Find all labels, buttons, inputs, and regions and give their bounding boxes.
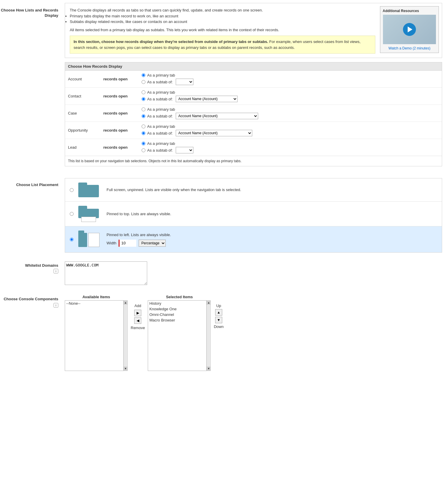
- width-unit-select[interactable]: Percentage Pixels: [139, 240, 166, 247]
- down-button[interactable]: ▼: [215, 317, 222, 323]
- case-primary-tab-label: As a primary tab: [147, 107, 175, 112]
- additional-resources-panel: Additional Resources Watch a Demo (2 min…: [380, 6, 439, 53]
- records-table-header: Choose How Records Display: [65, 62, 442, 71]
- contact-subtab-radio[interactable]: [142, 97, 145, 101]
- records-display-table: Choose How Records Display Account recor…: [65, 62, 442, 166]
- record-options-account: As a primary tab As a subtab of:: [142, 73, 439, 85]
- intro-main-text: The Console displays all records as tabs…: [70, 7, 375, 13]
- video-thumbnail[interactable]: [383, 15, 436, 44]
- available-scroll-down[interactable]: ▼: [124, 367, 127, 371]
- play-button[interactable]: [403, 23, 416, 36]
- table-row: Case records open As a primary tab As a …: [65, 105, 442, 122]
- whitelist-label: Whitelist Domains: [0, 263, 58, 268]
- contact-primary-tab-radio[interactable]: [142, 90, 145, 94]
- table-footer-note: This list is based on your navigation ta…: [65, 156, 442, 166]
- record-options-contact: As a primary tab As a subtab of: Account…: [142, 90, 439, 102]
- opportunity-subtab-select[interactable]: Account Name (Account): [176, 130, 252, 136]
- transfer-buttons: Add ▶ ◀ Remove: [128, 295, 148, 330]
- placement-option-pinned-left[interactable]: Pinned to left. Lists are always visible…: [65, 226, 442, 252]
- table-row: Contact records open As a primary tab As…: [65, 88, 442, 105]
- list-item[interactable]: Knowledge One: [148, 306, 206, 312]
- placement-fullscreen-radio[interactable]: [70, 188, 74, 192]
- record-options-case: As a primary tab As a subtab of: Account…: [142, 107, 439, 119]
- record-type-opportunity: Opportunity: [68, 128, 103, 132]
- placement-option-fullscreen[interactable]: Full screen, unpinned. Lists are visible…: [65, 178, 442, 202]
- opportunity-subtab-label: As a subtab of:: [147, 131, 173, 135]
- selected-scroll-up[interactable]: ▲: [207, 301, 210, 305]
- record-open-opportunity: records open: [103, 128, 142, 132]
- account-primary-tab-label: As a primary tab: [147, 73, 175, 77]
- width-label: Width: [107, 241, 116, 245]
- placement-left-text: Pinned to left. Lists are always visible…: [107, 232, 171, 238]
- records-table-body: Account records open As a primary tab As…: [65, 71, 442, 156]
- opportunity-subtab-radio[interactable]: [142, 131, 145, 135]
- down-label: Down: [214, 324, 223, 329]
- placement-icon-top: [78, 206, 102, 222]
- table-row: Account records open As a primary tab As…: [65, 71, 442, 88]
- record-open-account: records open: [103, 77, 142, 81]
- watch-demo-link[interactable]: Watch a Demo (2 minutes): [389, 46, 430, 50]
- case-subtab-radio[interactable]: [142, 114, 145, 118]
- account-primary-tab-radio[interactable]: [142, 73, 145, 77]
- placement-left-details: Pinned to left. Lists are always visible…: [107, 232, 171, 247]
- whitelist-textarea[interactable]: WWW.GOOGLE.COM: [65, 261, 147, 285]
- section-label-placement: Choose List Placement: [0, 182, 58, 188]
- placement-top-text: Pinned to top. Lists are always visible.: [107, 211, 171, 217]
- components-info-icon[interactable]: i: [54, 303, 58, 308]
- list-item[interactable]: Omni-Channel: [148, 312, 206, 317]
- intro-secondary-text: All items selected from a primary tab di…: [70, 27, 375, 33]
- placement-option-pinned-top[interactable]: Pinned to top. Lists are always visible.: [65, 202, 442, 226]
- lead-primary-tab-label: As a primary tab: [147, 141, 175, 146]
- add-button[interactable]: ▶: [134, 310, 141, 316]
- contact-subtab-select[interactable]: Account Name (Account): [176, 96, 238, 102]
- record-open-lead: records open: [103, 145, 142, 150]
- available-items-title: Available Items: [65, 295, 128, 299]
- available-scroll-up[interactable]: ▲: [124, 301, 127, 305]
- available-items-list[interactable]: --None--: [65, 300, 124, 371]
- placement-top-radio[interactable]: [70, 212, 74, 216]
- opportunity-primary-tab-label: As a primary tab: [147, 124, 175, 129]
- additional-resources-title: Additional Resources: [383, 9, 436, 13]
- intro-highlight-text: In this section, choose how records disp…: [74, 39, 371, 50]
- width-input[interactable]: [119, 240, 136, 247]
- components-transfer-panel: Available Items --None-- ▲ ▼: [65, 295, 442, 371]
- table-row: Opportunity records open As a primary ta…: [65, 122, 442, 139]
- opportunity-primary-tab-radio[interactable]: [142, 125, 145, 128]
- record-type-contact: Contact: [68, 94, 103, 98]
- table-row: Lead records open As a primary tab As a …: [65, 139, 442, 156]
- account-subtab-select[interactable]: [176, 79, 193, 85]
- placement-fullscreen-text: Full screen, unpinned. Lists are visible…: [107, 187, 241, 193]
- lead-subtab-radio[interactable]: [142, 148, 145, 152]
- contact-subtab-label: As a subtab of:: [147, 97, 173, 101]
- record-open-case: records open: [103, 111, 142, 115]
- add-label: Add: [135, 304, 141, 308]
- whitelist-info-icon[interactable]: i: [54, 269, 58, 273]
- selected-items-wrap: Selected Items History Knowledge One Omn…: [148, 295, 211, 371]
- list-item[interactable]: Macro Browser: [148, 317, 206, 323]
- record-type-lead: Lead: [68, 145, 103, 150]
- remove-button[interactable]: ◀: [134, 317, 141, 324]
- up-button[interactable]: ▲: [215, 309, 222, 316]
- placement-options-container: Full screen, unpinned. Lists are visible…: [65, 178, 442, 253]
- account-subtab-radio[interactable]: [142, 80, 145, 84]
- selected-scroll-down[interactable]: ▼: [207, 367, 210, 371]
- record-options-opportunity: As a primary tab As a subtab of: Account…: [142, 124, 439, 136]
- account-subtab-label: As a subtab of:: [147, 80, 173, 84]
- case-subtab-select[interactable]: Account Name (Account): [176, 113, 258, 119]
- up-label: Up: [216, 304, 221, 308]
- case-subtab-label: As a subtab of:: [147, 114, 173, 118]
- record-type-case: Case: [68, 111, 103, 115]
- section-label-records: Choose How Lists and RecordsDisplay: [0, 8, 58, 18]
- case-primary-tab-radio[interactable]: [142, 107, 145, 111]
- lead-subtab-label: As a subtab of:: [147, 148, 173, 152]
- record-options-lead: As a primary tab As a subtab of:: [142, 141, 439, 153]
- list-item[interactable]: --None--: [65, 301, 123, 306]
- list-item[interactable]: History: [148, 301, 206, 306]
- intro-bullet-1: Primary tabs display the main record to …: [70, 13, 375, 19]
- lead-primary-tab-radio[interactable]: [142, 142, 145, 145]
- selected-items-list[interactable]: History Knowledge One Omni-Channel Macro…: [148, 300, 207, 371]
- lead-subtab-select[interactable]: [176, 147, 193, 153]
- placement-left-radio[interactable]: [70, 238, 74, 241]
- record-type-account: Account: [68, 77, 103, 81]
- available-items-wrap: Available Items --None-- ▲ ▼: [65, 295, 128, 371]
